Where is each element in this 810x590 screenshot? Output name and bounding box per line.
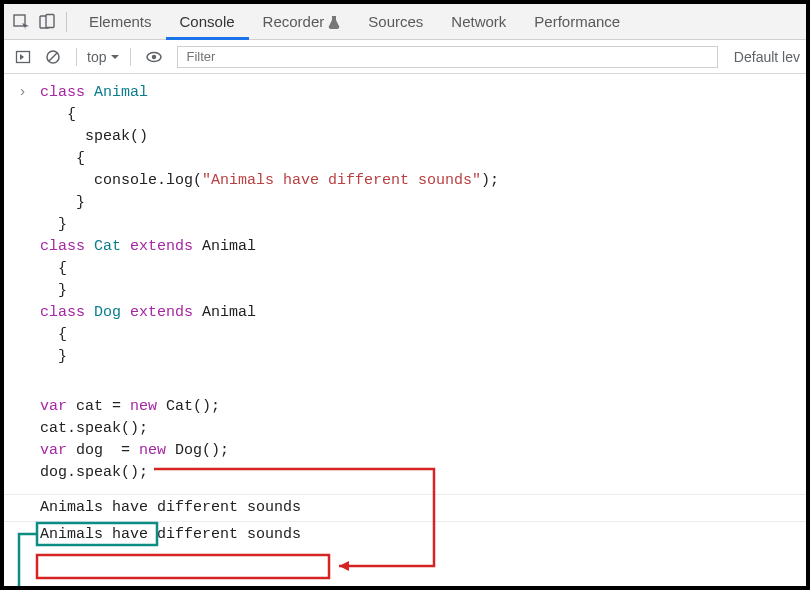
device-toggle-icon[interactable] [34,9,60,35]
console-toolbar: top Default lev [4,40,806,74]
flask-icon [328,15,340,29]
tab-recorder[interactable]: Recorder [249,4,355,40]
chevron-down-icon [110,52,120,62]
tab-network[interactable]: Network [437,4,520,40]
divider [76,48,77,66]
console-output: Animals have different sounds [4,521,806,548]
divider [130,48,131,66]
svg-line-5 [49,53,57,61]
svg-rect-2 [46,14,54,27]
filter-input[interactable] [177,46,717,68]
tab-console[interactable]: Console [166,4,249,40]
console-body: › class Animal { speak() { console.log("… [4,74,806,548]
console-output: Animals have different sounds [4,494,806,521]
devtools-tabbar: Elements Console Recorder Sources Networ… [4,4,806,40]
context-label: top [87,49,106,65]
inspect-icon[interactable] [8,9,34,35]
svg-point-7 [152,54,156,58]
svg-rect-9 [37,555,329,578]
expand-marker[interactable]: › [18,82,40,104]
live-expression-icon[interactable] [141,44,167,70]
clear-console-icon[interactable] [40,44,66,70]
divider [66,12,67,32]
context-selector[interactable]: top [87,49,120,65]
tab-performance[interactable]: Performance [520,4,634,40]
tab-sources[interactable]: Sources [354,4,437,40]
sidebar-toggle-icon[interactable] [10,44,36,70]
log-level-selector[interactable]: Default lev [734,49,800,65]
tab-recorder-label: Recorder [263,13,325,30]
code-row: › class Animal [4,82,806,104]
tab-elements[interactable]: Elements [75,4,166,40]
